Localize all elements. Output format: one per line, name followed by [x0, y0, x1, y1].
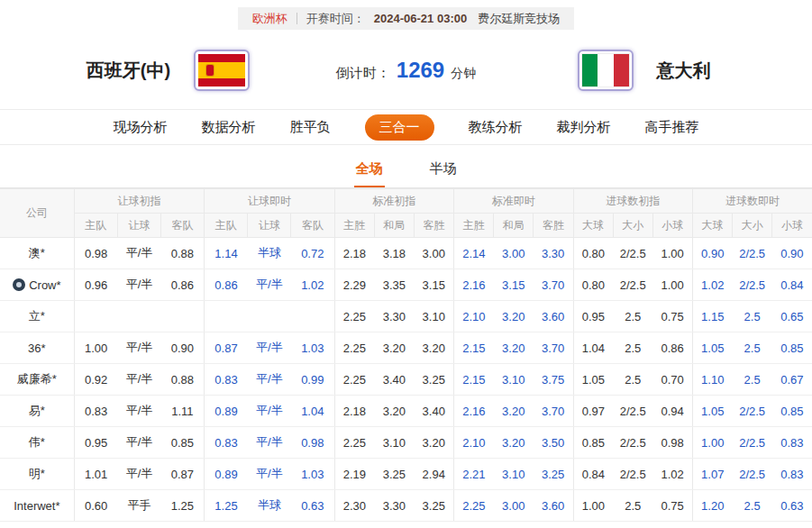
period-subtab[interactable]: 半场 [428, 157, 459, 187]
odds-cell: 0.63 [772, 490, 812, 522]
odds-cell: 1.05 [573, 364, 613, 396]
spain-flag-icon [198, 54, 245, 86]
away-team-name: 意大利 [657, 59, 711, 83]
odds-cell: 2.30 [334, 490, 374, 522]
bookmaker-logo-icon [13, 278, 25, 291]
teams-header: 西班牙(中) 倒计时： 1269 分钟 意大利 [0, 44, 812, 96]
odds-cell: 0.72 [291, 238, 334, 269]
odds-cell: 2/2.5 [613, 459, 652, 490]
odds-cell: 2/2.5 [733, 396, 772, 427]
odds-cell: 2/2.5 [733, 427, 772, 459]
odds-cell: 2.5 [733, 332, 772, 364]
odds-cell: 2/2.5 [613, 238, 652, 269]
odds-cell: 0.63 [291, 490, 334, 522]
odds-cell: 1.00 [652, 238, 692, 269]
bookmaker-name: 伟* [0, 427, 74, 459]
odds-cell: 0.88 [161, 364, 205, 396]
odds-table-body: 澳*0.98平/半0.881.14半球0.722.183.183.002.143… [0, 238, 812, 522]
odds-group-header: 进球数初指 [573, 189, 692, 214]
bookmaker-name: Crow* [0, 269, 74, 301]
odds-cell: 3.10 [494, 459, 534, 490]
odds-cell: 0.89 [205, 396, 248, 427]
odds-cell: 平/半 [248, 364, 291, 396]
odds-cell: 0.75 [652, 301, 692, 332]
odds-cell: 1.00 [573, 490, 613, 522]
table-row: 威廉希*0.92平/半0.880.83平/半0.992.253.403.252.… [0, 364, 812, 396]
odds-cell: 1.11 [161, 396, 205, 427]
odds-cell: 2.94 [414, 459, 453, 490]
odds-column-header: 客胜 [534, 214, 573, 238]
nav-tab[interactable]: 裁判分析 [557, 119, 611, 136]
odds-cell: 0.85 [772, 396, 812, 427]
odds-cell: 3.60 [534, 490, 573, 522]
odds-column-header: 大小 [613, 214, 652, 238]
odds-cell: 3.30 [374, 490, 414, 522]
odds-column-header: 和局 [374, 214, 414, 238]
nav-tab[interactable]: 数据分析 [202, 119, 256, 136]
odds-cell: 3.40 [414, 396, 453, 427]
odds-cell: 0.84 [772, 269, 812, 301]
odds-cell: 2.19 [334, 459, 374, 490]
odds-cell: 1.02 [692, 269, 732, 301]
odds-cell [161, 301, 205, 332]
odds-cell: 3.30 [534, 238, 573, 269]
odds-column-header: 客队 [291, 214, 334, 238]
nav-tab[interactable]: 高手推荐 [645, 119, 699, 136]
odds-cell: 1.25 [161, 490, 205, 522]
kickoff-label: 开赛时间： [306, 11, 365, 27]
table-row: Interwet*0.60平手1.251.25半球0.632.303.303.2… [0, 490, 812, 522]
period-subtab[interactable]: 全场 [354, 157, 385, 187]
odds-group-header: 让球初指 [74, 189, 204, 214]
odds-cell: 3.20 [414, 332, 453, 364]
odds-cell: 0.85 [772, 332, 812, 364]
nav-tab[interactable]: 教练分析 [469, 119, 523, 136]
odds-cell: 3.50 [534, 427, 573, 459]
odds-column-header: 大球 [692, 214, 732, 238]
odds-column-header: 小球 [652, 214, 692, 238]
odds-cell: 1.03 [291, 332, 334, 364]
odds-cell: 3.20 [494, 427, 534, 459]
odds-column-header: 和局 [494, 214, 534, 238]
odds-group-header: 标准即时 [454, 189, 573, 214]
odds-column-header: 大球 [573, 214, 613, 238]
home-team: 西班牙(中) [0, 50, 336, 91]
odds-cell: 0.99 [291, 364, 334, 396]
odds-cell: 0.60 [74, 490, 117, 522]
odds-cell [291, 301, 334, 332]
odds-column-header: 主胜 [454, 214, 494, 238]
odds-cell: 3.20 [494, 301, 534, 332]
odds-cell: 3.15 [414, 269, 453, 301]
odds-cell: 3.30 [374, 301, 414, 332]
nav-tab[interactable]: 现场分析 [114, 119, 168, 136]
odds-cell: 2.5 [613, 364, 652, 396]
odds-cell [74, 301, 117, 332]
odds-cell: 0.67 [772, 364, 812, 396]
odds-cell: 2.10 [454, 427, 494, 459]
odds-cell: 0.95 [74, 427, 117, 459]
odds-cell: 2.25 [334, 301, 374, 332]
odds-cell [205, 301, 248, 332]
odds-cell: 平/半 [117, 238, 160, 269]
table-row: 易*0.83平/半1.110.89平/半1.042.183.203.402.16… [0, 396, 812, 427]
nav-tab[interactable]: 胜平负 [290, 119, 331, 136]
odds-cell: 1.02 [291, 269, 334, 301]
bookmaker-name: 易* [0, 396, 74, 427]
odds-cell: 3.70 [534, 269, 573, 301]
odds-cell: 2/2.5 [613, 269, 652, 301]
odds-cell: 2/2.5 [733, 269, 772, 301]
odds-cell: 3.25 [414, 364, 453, 396]
odds-cell: 1.20 [692, 490, 732, 522]
odds-cell: 平/半 [248, 427, 291, 459]
odds-cell: 1.03 [291, 459, 334, 490]
odds-cell: 3.60 [534, 301, 573, 332]
odds-cell: 3.10 [374, 427, 414, 459]
odds-cell: 2.16 [454, 396, 494, 427]
odds-cell: 0.96 [74, 269, 117, 301]
nav-tab[interactable]: 三合一 [365, 114, 434, 141]
home-team-name: 西班牙(中) [87, 59, 170, 83]
odds-cell: 2.5 [613, 301, 652, 332]
odds-column-header: 主队 [205, 214, 248, 238]
odds-cell: 0.86 [161, 269, 205, 301]
table-row: 明*1.01平/半0.870.89平/半1.032.193.252.942.21… [0, 459, 812, 490]
odds-cell: 0.70 [652, 364, 692, 396]
